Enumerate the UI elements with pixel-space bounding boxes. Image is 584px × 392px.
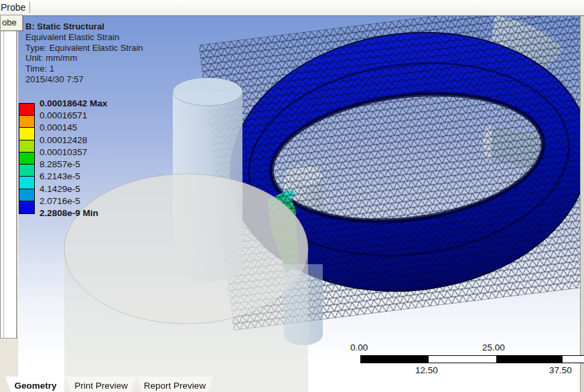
probe-tooltip: obe (0, 15, 23, 31)
legend-band (19, 140, 34, 153)
legend-value: 0.00012428 (40, 135, 87, 145)
legend-value: 0.00016571 (40, 110, 87, 120)
analysis-title: B: Static Structural (25, 21, 143, 32)
result-type: Type: Equivalent Elastic Strain (25, 43, 143, 54)
ruler-tick: 25.00 (482, 342, 505, 353)
result-unit: Unit: mm/mm (25, 53, 143, 64)
view-tabs: Geometry Print Preview Report Preview (0, 377, 584, 392)
legend-band (19, 116, 34, 128)
legend-value-max: 0.00018642 Max (40, 98, 107, 108)
legend-value: 2.0716e-5 (40, 196, 80, 206)
legend-value: 6.2143e-5 (40, 171, 80, 181)
tab-print-preview[interactable]: Print Preview (66, 377, 137, 392)
legend-value: 0.00010357 (40, 147, 87, 157)
result-datetime: 2015/4/30 7:57 (25, 74, 143, 85)
legend-value: 8.2857e-5 (40, 159, 80, 169)
ruler-tick: 37.50 (549, 365, 572, 375)
legend-value: 4.1429e-5 (40, 184, 80, 194)
tab-report-preview[interactable]: Report Preview (137, 377, 213, 392)
legend-value-min: 2.2808e-9 Min (40, 208, 98, 218)
scale-ruler-bar (360, 355, 584, 363)
tab-geometry[interactable]: Geometry (5, 377, 66, 392)
legend-band (19, 201, 34, 213)
panel-border (16, 16, 17, 392)
panel-border (3, 16, 4, 392)
result-time: Time: 1 (25, 64, 143, 74)
base-cylinder-body[interactable] (64, 174, 308, 392)
legend-value: 0.000145 (40, 122, 77, 132)
legend-band (19, 189, 34, 201)
ruler-segment (496, 356, 563, 363)
ruler-tick: 0.00 (350, 342, 368, 353)
left-panel-edge (0, 16, 18, 392)
ruler-segment (361, 356, 429, 363)
ruler-segment (429, 356, 497, 363)
ruler-tick: 12.50 (415, 365, 438, 375)
panel-border (0, 16, 1, 392)
ruler-segment (563, 356, 584, 363)
legend-band (19, 177, 34, 189)
toolbar-separator (29, 2, 30, 13)
legend-band (19, 104, 34, 116)
probe-button[interactable]: Probe (0, 2, 29, 13)
legend-band (19, 128, 34, 140)
legend-color-bar (19, 103, 35, 214)
ansys-mechanical-window: Probe obe (0, 0, 584, 392)
legend-band (19, 153, 34, 165)
result-name: Equivalent Elastic Strain (25, 32, 143, 43)
toolbar: Probe (0, 0, 584, 16)
legend-band (19, 165, 34, 177)
right-window-edge (580, 16, 584, 392)
result-annotation: B: Static Structural Equivalent Elastic … (25, 21, 143, 85)
pin-cylinder-lower (284, 264, 323, 345)
